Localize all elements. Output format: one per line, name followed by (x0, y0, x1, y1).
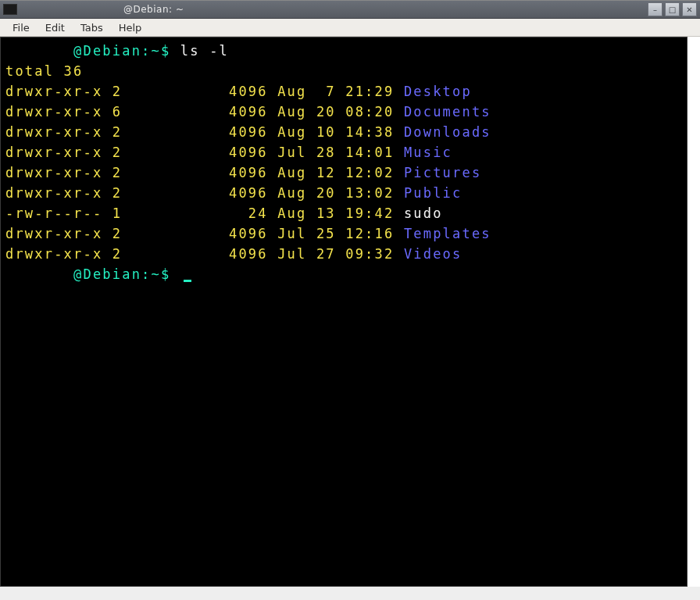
menu-tabs[interactable]: Tabs (73, 20, 111, 35)
ls-month: Aug (277, 124, 306, 140)
terminal-window: @Debian: ~ – □ ✕ File Edit Tabs Help @De… (0, 0, 700, 587)
ls-time: 12:16 (345, 226, 394, 241)
ls-name: Videos (404, 246, 462, 262)
ls-name: Downloads (404, 124, 491, 140)
close-button[interactable]: ✕ (682, 2, 697, 16)
ls-entry: drwxr-xr-x 2 4096 Aug 20 13:02 Public (5, 183, 682, 203)
ls-size: 4096 (122, 165, 268, 180)
ls-time: 12:02 (345, 165, 394, 180)
ls-month: Aug (277, 104, 306, 120)
ls-month: Aug (277, 185, 306, 201)
window-title: @Debian: ~ (123, 4, 184, 15)
ls-time: 21:29 (345, 84, 394, 99)
ls-size: 24 (122, 205, 268, 221)
ls-size: 4096 (122, 185, 268, 201)
ls-month: Jul (277, 226, 306, 241)
ls-size: 4096 (122, 226, 268, 241)
prompt-path: ~ (152, 43, 161, 59)
ls-name: Desktop (404, 84, 472, 99)
ls-perms: drwxr-xr-x 2 (5, 124, 122, 140)
prompt-symbol: $ (161, 43, 170, 59)
terminal-app-icon (3, 4, 17, 15)
ls-entry: drwxr-xr-x 2 4096 Jul 28 14:01 Music (5, 142, 682, 162)
ls-name: Documents (404, 104, 491, 120)
ls-perms: drwxr-xr-x 2 (5, 185, 122, 201)
ls-day: 7 (316, 84, 336, 99)
ls-time: 14:01 (345, 145, 394, 160)
ls-entry: drwxr-xr-x 2 4096 Jul 25 12:16 Templates (5, 223, 682, 244)
maximize-button[interactable]: □ (665, 2, 680, 16)
ls-perms: -rw-r--r-- 1 (5, 205, 122, 221)
typed-command: ls -l (180, 43, 229, 59)
window-titlebar[interactable]: @Debian: ~ – □ ✕ (0, 0, 700, 19)
ls-name: Music (404, 145, 452, 160)
ls-time: 09:32 (345, 246, 394, 262)
prompt-symbol: $ (161, 266, 170, 282)
ls-entry: drwxr-xr-x 2 4096 Aug 12 12:02 Pictures (5, 162, 682, 183)
ls-name: sudo (404, 205, 443, 221)
window-controls: – □ ✕ (648, 2, 697, 16)
ls-month: Aug (277, 205, 306, 221)
ls-day: 27 (316, 246, 336, 262)
ls-perms: drwxr-xr-x 2 (5, 246, 122, 262)
ls-name: Templates (404, 226, 491, 241)
ls-day: 10 (316, 124, 336, 140)
ls-entry: drwxr-xr-x 6 4096 Aug 20 08:20 Documents (5, 102, 682, 122)
ls-perms: drwxr-xr-x 2 (5, 165, 122, 180)
ls-name: Pictures (404, 165, 481, 180)
ls-day: 20 (316, 104, 336, 120)
prompt-path: ~ (152, 266, 161, 282)
ls-month: Aug (277, 165, 306, 180)
ls-month: Aug (277, 84, 306, 99)
minimize-button[interactable]: – (648, 2, 662, 16)
ls-perms: drwxr-xr-x 6 (5, 104, 122, 120)
menu-help[interactable]: Help (111, 20, 150, 35)
ls-size: 4096 (122, 145, 268, 160)
ls-day: 25 (316, 226, 336, 241)
ls-entry: -rw-r--r-- 1 24 Aug 13 19:42 sudo (5, 203, 682, 223)
ls-time: 08:20 (345, 104, 394, 120)
terminal-viewport[interactable]: @Debian:~$ ls -ltotal 36drwxr-xr-x 2 409… (0, 37, 688, 587)
ls-entry: drwxr-xr-x 2 4096 Jul 27 09:32 Videos (5, 244, 682, 264)
menubar: File Edit Tabs Help (0, 19, 700, 37)
ls-perms: drwxr-xr-x 2 (5, 145, 122, 160)
ls-entry: drwxr-xr-x 2 4096 Aug 10 14:38 Downloads (5, 122, 682, 142)
prompt-host: @Debian: (73, 43, 151, 59)
ls-day: 12 (316, 165, 336, 180)
ls-day: 28 (316, 145, 336, 160)
ls-size: 4096 (122, 124, 268, 140)
prompt-line: @Debian:~$ (5, 264, 682, 284)
ls-total-line: total 36 (5, 61, 682, 81)
ls-time: 13:02 (345, 185, 394, 201)
ls-month: Jul (277, 246, 306, 262)
ls-time: 14:38 (345, 124, 394, 140)
ls-day: 13 (316, 205, 336, 221)
menu-edit[interactable]: Edit (38, 20, 73, 35)
ls-day: 20 (316, 185, 336, 201)
prompt-host: @Debian: (73, 266, 151, 282)
ls-month: Jul (277, 145, 306, 160)
menu-file[interactable]: File (5, 20, 38, 35)
ls-time: 19:42 (345, 205, 394, 221)
ls-perms: drwxr-xr-x 2 (5, 84, 122, 99)
ls-size: 4096 (122, 84, 268, 99)
prompt-line: @Debian:~$ ls -l (5, 41, 682, 61)
ls-entry: drwxr-xr-x 2 4096 Aug 7 21:29 Desktop (5, 81, 682, 102)
ls-size: 4096 (122, 104, 268, 120)
ls-size: 4096 (122, 246, 268, 262)
ls-name: Public (404, 185, 462, 201)
text-cursor (184, 280, 191, 282)
ls-perms: drwxr-xr-x 2 (5, 226, 122, 241)
